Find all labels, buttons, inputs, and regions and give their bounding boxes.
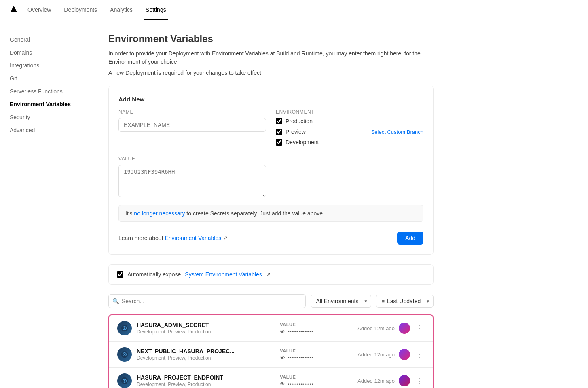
sidebar-item-domains[interactable]: Domains [0,46,89,59]
name-input[interactable] [118,118,266,132]
env-icon-0 [117,321,132,335]
search-input[interactable] [108,294,306,308]
env-icon-2 [117,373,132,388]
env-value-dots-0: 👁 •••••••••••••• [280,329,353,335]
form-row-top: NAME ENVIRONMENT Production Preview [118,109,423,150]
env-vars-link[interactable]: Environment Variables [165,235,221,241]
env-menu-1[interactable]: ⋮ [414,348,425,361]
empty-col [276,156,423,198]
nav-links: Overview Deployments Analytics Settings [26,0,168,20]
layout: General Domains Integrations Git Serverl… [0,20,588,388]
auto-expose-prefix: Automatically expose [127,271,181,278]
form-footer: Learn more about Environment Variables ↗… [118,228,423,245]
sort-select[interactable]: Last Updated Name [387,298,428,304]
sort-wrapper[interactable]: ≡ Last Updated Name ▼ [376,295,434,308]
avatar-2 [399,375,410,386]
production-label: Production [286,118,313,124]
production-checkbox[interactable] [276,118,282,124]
env-value-label-2: VALUE [280,375,353,380]
env-label: ENVIRONMENT [276,109,423,115]
env-value-dots-1: 👁 •••••••••••••• [280,355,353,361]
system-env-vars-link[interactable]: System Environment Variables [185,271,262,278]
env-option-development: Development [276,139,423,146]
sort-icon: ≡ [381,298,385,304]
sidebar-item-advanced[interactable]: Advanced [0,124,89,137]
nav-link-analytics[interactable]: Analytics [108,0,134,20]
env-meta-2: Added 12m ago ⋮ [357,375,425,387]
add-button[interactable]: Add [397,232,423,245]
auto-expose-box: Automatically expose System Environment … [108,264,434,285]
search-wrapper: 🔍 [108,294,306,308]
value-label: VALUE [118,156,266,162]
preview-label: Preview [286,129,306,135]
auto-expose-checkbox[interactable] [117,271,123,278]
env-filter-wrapper[interactable]: All Environments Production Preview Deve… [311,295,371,308]
main-content: Environment Variables In order to provid… [89,20,453,388]
info-prefix: It's [125,210,134,217]
preview-option-left: Preview [276,129,306,135]
eye-icon-1[interactable]: 👁 [280,355,285,361]
env-vars-list: HASURA_ADMIN_SECRET Development, Preview… [108,314,434,388]
env-meta-0: Added 12m ago ⋮ [357,322,425,334]
env-envs-0: Development, Preview, Production [137,329,275,335]
env-menu-2[interactable]: ⋮ [414,375,425,387]
eye-icon-2[interactable]: 👁 [280,381,285,387]
avatar-0 [399,323,410,334]
table-row: HASURA_PROJECT_ENDPOINT Development, Pre… [109,368,433,388]
env-name-1: NEXT_PUBLIC_HASURA_PROJEC... [137,348,275,354]
env-value-label-0: VALUE [280,322,353,327]
env-option-production: Production [276,118,423,124]
logo[interactable] [10,5,18,15]
env-value-dots-2: 👁 •••••••••••••• [280,381,353,387]
no-longer-necessary-link[interactable]: no longer necessary [134,210,185,217]
env-envs-2: Development, Preview, Production [137,382,275,387]
sidebar-item-serverless-functions[interactable]: Serverless Functions [0,85,89,98]
env-name-0: HASURA_ADMIN_SECRET [137,322,275,328]
nav-link-settings[interactable]: Settings [144,0,168,20]
form-row-value: VALUE [118,156,423,198]
custom-branch-link[interactable]: Select Custom Branch [371,129,423,135]
env-col: ENVIRONMENT Production Preview Select Cu… [276,109,423,150]
page-note: A new Deployment is required for your ch… [108,70,434,76]
sidebar-item-general[interactable]: General [0,33,89,46]
env-name-col-0: HASURA_ADMIN_SECRET Development, Preview… [137,322,275,335]
search-icon: 🔍 [112,298,119,304]
info-banner: It's no longer necessary to create Secre… [118,205,423,222]
sidebar-item-environment-variables[interactable]: Environment Variables [0,98,89,111]
svg-point-9 [124,380,125,381]
external-icon: ↗ [223,235,228,241]
add-new-box: Add New NAME ENVIRONMENT Production [108,86,434,255]
avatar-1 [399,349,410,360]
development-label: Development [286,139,319,146]
value-textarea[interactable] [118,165,266,197]
sidebar-item-integrations[interactable]: Integrations [0,59,89,72]
env-time-1: Added 12m ago [357,352,395,358]
preview-checkbox[interactable] [276,129,282,135]
sidebar-item-security[interactable]: Security [0,111,89,124]
nav-link-deployments[interactable]: Deployments [62,0,99,20]
top-nav: Overview Deployments Analytics Settings [0,0,588,20]
development-checkbox[interactable] [276,139,282,146]
env-name-col-2: HASURA_PROJECT_ENDPOINT Development, Pre… [137,374,275,387]
add-new-title: Add New [118,96,423,103]
sidebar: General Domains Integrations Git Serverl… [0,20,89,388]
env-filter-select[interactable]: All Environments Production Preview Deve… [316,298,366,304]
nav-link-overview[interactable]: Overview [26,0,53,20]
env-value-col-1: VALUE 👁 •••••••••••••• [280,348,353,361]
page-title: Environment Variables [108,33,434,44]
external-icon-2: ↗ [266,271,271,278]
env-time-2: Added 12m ago [357,378,395,384]
footer-prefix: Learn more about [118,235,165,241]
table-row: NEXT_PUBLIC_HASURA_PROJEC... Development… [109,342,433,368]
eye-icon-0[interactable]: 👁 [280,329,285,335]
svg-marker-0 [11,6,17,12]
sidebar-item-git[interactable]: Git [0,72,89,85]
svg-point-3 [124,327,125,329]
svg-point-6 [124,354,125,355]
env-name-2: HASURA_PROJECT_ENDPOINT [137,374,275,381]
env-menu-0[interactable]: ⋮ [414,322,425,334]
footer-text: Learn more about Environment Variables ↗ [118,235,228,241]
page-description: In order to provide your Deployment with… [108,49,434,66]
env-value-col-0: VALUE 👁 •••••••••••••• [280,322,353,335]
env-meta-1: Added 12m ago ⋮ [357,348,425,361]
